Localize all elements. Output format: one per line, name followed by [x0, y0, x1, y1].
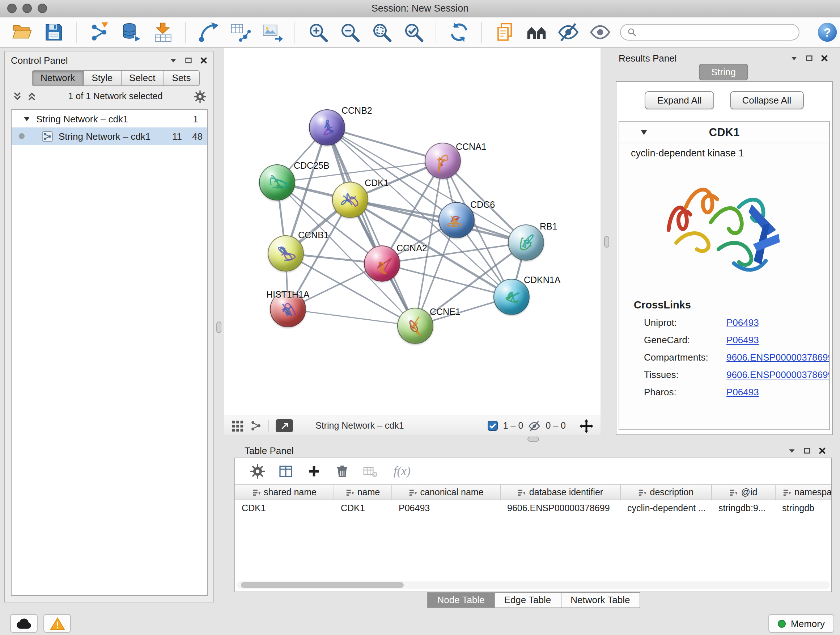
show-all-button[interactable] — [588, 21, 611, 44]
tab-network[interactable]: Network — [32, 70, 84, 86]
selection-checkbox-icon[interactable] — [488, 421, 498, 431]
panel-menu-icon[interactable] — [790, 54, 798, 62]
expand-all-icon[interactable] — [27, 91, 37, 101]
splitter-handle[interactable] — [527, 437, 539, 442]
table-cell[interactable]: stringdb:9... — [712, 500, 775, 516]
network-node-CDK1[interactable] — [332, 182, 368, 218]
panel-close-icon[interactable] — [821, 54, 829, 62]
splitter-handle[interactable] — [216, 321, 221, 333]
window-close-button[interactable] — [7, 4, 17, 13]
table-row[interactable]: CDK1CDK1P064939606.ENSP00000378699cyclin… — [235, 500, 831, 516]
column-header-canonical-name[interactable]: canonical name — [392, 485, 501, 500]
search-input[interactable] — [641, 27, 792, 38]
cloud-button[interactable] — [10, 614, 38, 633]
memory-button[interactable]: Memory — [768, 614, 834, 633]
panel-menu-icon[interactable] — [169, 56, 177, 64]
network-node-CDC25B[interactable] — [259, 165, 295, 201]
export-image-button[interactable] — [261, 21, 284, 44]
table-cell[interactable]: P06493 — [392, 500, 501, 516]
add-column-button[interactable] — [306, 463, 322, 479]
window-minimize-button[interactable] — [22, 4, 32, 13]
hide-selected-button[interactable] — [556, 21, 579, 44]
crosslink-link[interactable]: 9606.ENSP00000378699 — [726, 369, 830, 380]
warnings-button[interactable] — [43, 614, 71, 633]
network-node-CCNA2[interactable] — [364, 245, 400, 282]
delete-column-button[interactable] — [334, 463, 350, 479]
delete-table-button[interactable] — [363, 463, 378, 479]
column-header-database-identifier[interactable]: database identifier — [501, 485, 621, 500]
hidden-eye-icon[interactable] — [528, 420, 540, 432]
help-button[interactable]: ? — [815, 21, 838, 44]
save-session-button[interactable] — [42, 21, 65, 44]
crosslink-link[interactable]: P06493 — [726, 334, 759, 345]
splitter-handle[interactable] — [604, 236, 609, 248]
network-edge-HIST1H1A-CCNE1[interactable] — [288, 309, 415, 326]
column-header-namespac[interactable]: namespac — [775, 485, 831, 500]
birds-eye-button[interactable] — [276, 419, 293, 432]
apply-layout-button[interactable] — [447, 21, 470, 44]
network-node-RB1[interactable] — [508, 225, 544, 261]
table-cell[interactable]: cyclin-dependent ... — [621, 500, 712, 516]
import-network-database-button[interactable] — [119, 21, 142, 44]
zoom-out-button[interactable] — [338, 21, 361, 44]
show-columns-button[interactable] — [278, 463, 294, 479]
tab-sets[interactable]: Sets — [163, 70, 199, 86]
crosslink-link[interactable]: P06493 — [726, 386, 759, 397]
network-node-CCNB2[interactable] — [309, 109, 345, 146]
column-header--id[interactable]: @id — [712, 485, 775, 500]
tab-string[interactable]: String — [699, 64, 748, 80]
table-cell[interactable]: stringdb — [775, 500, 831, 516]
tab-edge-table[interactable]: Edge Table — [494, 592, 561, 608]
documents-button[interactable] — [493, 21, 516, 44]
table-cell[interactable]: CDK1 — [235, 500, 334, 516]
network-node-CCNE1[interactable] — [397, 308, 433, 344]
horizontal-scrollbar-thumb[interactable] — [241, 582, 404, 588]
column-header-name[interactable]: name — [334, 485, 392, 500]
disclosure-triangle-icon[interactable] — [639, 128, 648, 136]
grid-icon[interactable] — [232, 420, 244, 432]
network-canvas[interactable]: CCNB2CCNA1CDC25BCDK1CDC6RB1CCNB1CCNA2CDK… — [224, 48, 600, 416]
network-row[interactable]: String Network – cdk1 11 48 — [11, 127, 207, 145]
gear-icon[interactable] — [194, 90, 206, 103]
panel-float-icon[interactable] — [185, 56, 193, 64]
network-overview-button[interactable] — [524, 21, 548, 44]
panel-close-icon[interactable] — [200, 56, 208, 64]
zoom-selected-button[interactable] — [401, 21, 425, 44]
function-builder-button[interactable]: f(x) — [393, 464, 411, 478]
crosslink-link[interactable]: P06493 — [726, 317, 759, 328]
network-node-CCNA1[interactable] — [425, 143, 461, 179]
network-edge-CCNB2-CCNE1[interactable] — [327, 127, 415, 326]
table-cell[interactable]: 9606.ENSP00000378699 — [501, 500, 621, 516]
collapse-all-icon[interactable] — [12, 91, 22, 101]
tab-style[interactable]: Style — [83, 70, 121, 86]
crosslink-link[interactable]: 9606.ENSP00000378699 — [726, 352, 830, 363]
network-from-table-button[interactable] — [229, 21, 252, 44]
open-session-button[interactable] — [10, 21, 33, 44]
tab-select[interactable]: Select — [120, 70, 164, 86]
disclosure-triangle-icon[interactable] — [23, 115, 30, 122]
zoom-fit-button[interactable] — [370, 21, 393, 44]
share-icon[interactable] — [250, 420, 262, 432]
column-header-shared-name[interactable]: shared name — [235, 485, 334, 500]
table-cell[interactable]: CDK1 — [334, 500, 392, 516]
expand-all-button[interactable]: Expand All — [645, 91, 714, 109]
import-table-button[interactable] — [151, 21, 174, 44]
new-network-button[interactable] — [197, 21, 220, 44]
table-settings-button[interactable] — [249, 463, 265, 479]
panel-close-icon[interactable] — [818, 447, 826, 454]
import-network-file-button[interactable] — [88, 21, 111, 44]
tab-network-table[interactable]: Network Table — [561, 592, 640, 608]
panel-menu-icon[interactable] — [788, 447, 796, 454]
zoom-in-button[interactable] — [306, 21, 329, 44]
tab-node-table[interactable]: Node Table — [427, 592, 494, 608]
panel-float-icon[interactable] — [803, 447, 811, 454]
window-zoom-button[interactable] — [38, 4, 47, 13]
collapse-all-button[interactable]: Collapse All — [730, 91, 804, 109]
column-header-description[interactable]: description — [621, 485, 712, 500]
gene-section-header[interactable]: CDK1 — [619, 122, 829, 143]
move-crosshair-icon[interactable] — [579, 419, 593, 432]
panel-float-icon[interactable] — [805, 54, 813, 62]
network-node-CCNB1[interactable] — [268, 235, 304, 272]
network-node-CDC6[interactable] — [439, 202, 475, 238]
network-collection-row[interactable]: String Network – cdk1 1 — [11, 110, 207, 127]
